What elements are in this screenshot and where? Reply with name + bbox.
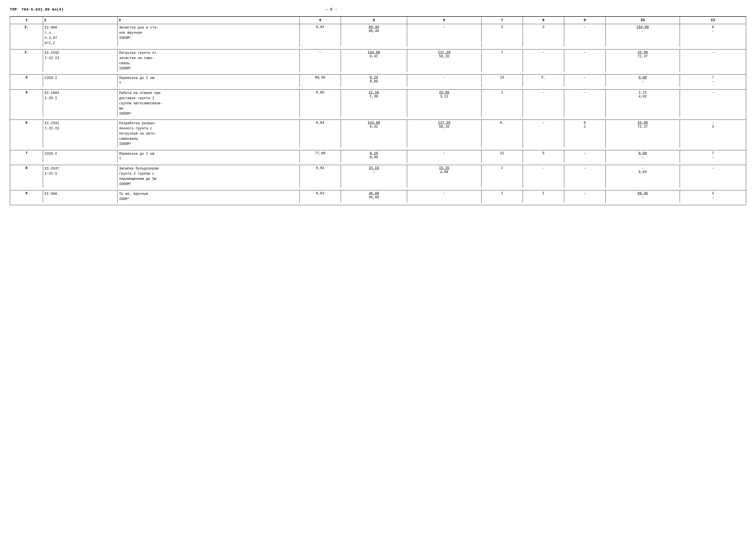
row-number: 2.	[10, 24, 43, 47]
row-col6: –	[407, 150, 481, 163]
spacer-row	[10, 87, 746, 89]
row-col9: 62	[564, 120, 605, 148]
row-col7: I	[481, 165, 523, 188]
table-row: 4С3IO–IПеревозка до I км Т80,500,290,06–…	[10, 75, 746, 87]
row-description: Перевозка до I км Т	[117, 75, 299, 87]
row-col5: I5,IO–	[341, 165, 407, 188]
row-col9: –	[564, 150, 605, 163]
row-col8: 5.	[523, 75, 564, 87]
row-col11: 6–	[680, 24, 746, 47]
row-col4: 0,05	[299, 89, 341, 117]
row-col11: –	[680, 89, 746, 117]
spacer-row	[10, 148, 746, 150]
row-col11: 3–	[680, 190, 746, 203]
row-col7: I	[481, 49, 523, 72]
row-col7: 3	[481, 24, 523, 47]
spacer-row	[10, 47, 746, 49]
row-col4: 0,04	[299, 165, 341, 188]
table-row: 7С3IO–IПеревозка до I км Т77,000,290,06–…	[10, 150, 746, 163]
row-col11: 7–	[680, 150, 746, 163]
col-header-8: 8	[523, 16, 564, 24]
col-header-5: 5	[341, 16, 407, 24]
row-col11: 7–	[680, 75, 746, 87]
row-col5: I44,006,4I	[341, 49, 407, 72]
spacer-row	[10, 163, 746, 165]
row-col4: 80,50	[299, 75, 341, 87]
row-col4: 0,03	[299, 24, 341, 47]
col-header-6: 6	[407, 16, 481, 24]
row-col9: –	[564, 190, 605, 203]
row-col7: I	[481, 190, 523, 203]
table-row: 9ЕI-968То же, вручную IOOM³0,0346,0046,0…	[10, 190, 746, 203]
row-col7: 22	[481, 150, 523, 163]
col-header-4: 4	[299, 16, 341, 24]
row-col8: I	[523, 190, 564, 203]
row-col9: –	[564, 89, 605, 117]
table-row: 6ЕI–I59I I-22-I3Разработка разрых- ленно…	[10, 120, 746, 148]
row-col4: 0,03	[299, 190, 341, 203]
row-col10: IO,9072,37	[605, 49, 680, 72]
row-number: 9	[10, 190, 43, 203]
row-col5: 89,4089,40	[341, 24, 407, 47]
row-description: То же, вручную IOOM³	[117, 190, 299, 203]
row-col8: –	[523, 89, 564, 117]
row-number: 3.	[10, 49, 43, 72]
col-header-3: 3	[117, 16, 299, 24]
row-col10: 2,2I4,02	[605, 89, 680, 117]
document-id: ТПР· 704-5-031.89 Ал(4)	[10, 8, 64, 12]
page-number: – 8 –	[325, 7, 337, 12]
row-col9: –	[564, 165, 605, 188]
col-header-10: IO	[605, 16, 680, 24]
row-col6: –	[407, 24, 481, 47]
row-code: С3IO–I	[43, 150, 117, 163]
col-header-2: 2	[43, 16, 117, 24]
main-table: I 2 3 4 5 6 7 8 9 IO II 2.ЕI–960 т.ч. п.…	[10, 16, 746, 205]
row-col10: 0,09–	[605, 150, 680, 163]
row-col5: I44,006,4I	[341, 120, 407, 148]
row-col10: 0,09–	[605, 75, 680, 87]
table-row: 5ЕI–I603 I-25-IРабота на отвале при дост…	[10, 89, 746, 117]
row-col7: I	[481, 89, 523, 117]
row-col6: IO,063,I2	[407, 89, 481, 117]
table-row: 3.ЕI–I59I I-22-I3Погрузка грунта от зачи…	[10, 49, 746, 72]
row-col4: 0,04	[299, 120, 341, 148]
row-col5: 46,0046,00	[341, 190, 407, 203]
spacer-row	[10, 203, 746, 205]
row-col5: 0,290,06	[341, 75, 407, 87]
row-col8: 5	[523, 150, 564, 163]
row-col9: –	[564, 49, 605, 72]
row-code: ЕI–960 т.ч. п.3,67 К=I,2	[43, 24, 117, 47]
row-col6: I5,IO4,68	[407, 165, 481, 188]
row-code: ЕI–I637 I-3I-5	[43, 165, 117, 188]
row-col8: 3	[523, 24, 564, 47]
page-header: ТПР· 704-5-031.89 Ал(4) – 8 –	[10, 7, 746, 12]
row-col9: –	[564, 24, 605, 47]
row-col5: II,50I,30	[341, 89, 407, 117]
row-col4: –	[299, 49, 341, 72]
col-header-7: 7	[481, 16, 523, 24]
table-header-row: I 2 3 4 5 6 7 8 9 IO II	[10, 16, 746, 24]
col-header-9: 9	[564, 16, 605, 24]
table-row: 2.ЕI–960 т.ч. п.3,67 К=I,2Зачистка дна и…	[10, 24, 746, 47]
row-col7: 23	[481, 75, 523, 87]
row-code: ЕI-968	[43, 190, 117, 203]
row-col6: I37,3956,IO	[407, 49, 481, 72]
row-number: 7	[10, 150, 43, 163]
row-col10: 99,30–	[605, 190, 680, 203]
row-description: Зачистка дна и сте- нок вручную IOOOM³	[117, 24, 299, 47]
row-col4: 77,00	[299, 150, 341, 163]
row-code: ЕI–I603 I-25-I	[43, 89, 117, 117]
row-col6: –	[407, 75, 481, 87]
spacer-row	[10, 117, 746, 120]
row-number: 6	[10, 120, 43, 148]
row-col11: –3	[680, 120, 746, 148]
row-col11: –	[680, 49, 746, 72]
row-number: 5	[10, 89, 43, 117]
row-number: 8	[10, 165, 43, 188]
row-description: Разработка разрых- ленного грунта с погр…	[117, 120, 299, 148]
spacer-row	[10, 72, 746, 75]
row-code: ЕI–I59I I-22-I3	[43, 49, 117, 72]
row-col11: –	[680, 165, 746, 188]
row-col8: –	[523, 165, 564, 188]
row-col5: 0,290,06	[341, 150, 407, 163]
